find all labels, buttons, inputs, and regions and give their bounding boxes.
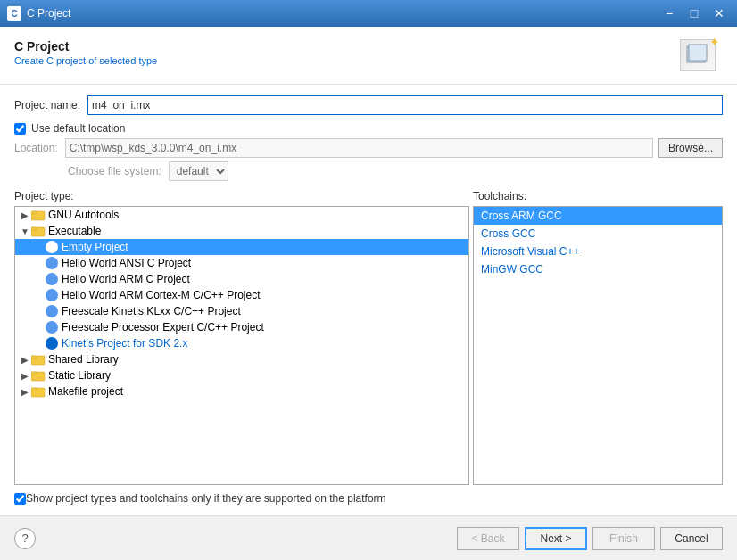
location-input[interactable] <box>65 138 653 158</box>
minimize-button[interactable]: − <box>658 4 680 22</box>
filesystem-row: Choose file system: default <box>68 161 723 181</box>
toolchain-microsoft-visual-cpp[interactable]: Microsoft Visual C++ <box>474 243 722 260</box>
tree-item-hello-ansi[interactable]: ▶ Hello World ANSI C Project <box>15 255 468 271</box>
show-supported-checkbox[interactable] <box>14 493 26 505</box>
node-icon-kinetis-sdk <box>46 337 58 350</box>
dialog-content: Project name: Use default location Locat… <box>0 85 737 515</box>
next-button[interactable]: Next > <box>525 527 587 550</box>
expand-arrow-gnu-autotools: ▶ <box>19 209 31 221</box>
tree-label-hello-cortex: Hello World ARM Cortex-M C/C++ Project <box>62 289 261 301</box>
tree-item-kinetis-sdk[interactable]: ▶ Kinetis Project for SDK 2.x <box>15 335 468 351</box>
tree-item-hello-cortex[interactable]: ▶ Hello World ARM Cortex-M C/C++ Project <box>15 287 468 303</box>
bottom-checkbox-row: Show project types and toolchains only i… <box>14 492 723 505</box>
tree-label-gnu-autotools: GNU Autotools <box>48 209 119 221</box>
project-type-label: Project type: <box>14 190 469 202</box>
dialog-title: C Project <box>14 39 157 54</box>
svg-rect-11 <box>31 388 37 391</box>
maximize-button[interactable]: □ <box>683 4 705 22</box>
title-bar-controls: − □ ✕ <box>658 4 730 22</box>
browse-button[interactable]: Browse... <box>658 138 723 158</box>
tree-label-freescale-kinetis: Freescale Kinetis KLxx C/C++ Project <box>62 305 241 317</box>
node-icon-freescale-kinetis <box>46 305 58 317</box>
folder-icon-makefile <box>31 385 46 398</box>
project-name-row: Project name: <box>14 95 723 115</box>
wizard-icon: ✦ <box>680 39 716 71</box>
expand-arrow-static-library: ▶ <box>19 369 31 382</box>
folder-icon-executable <box>31 225 46 237</box>
node-icon-hello-arm <box>46 273 58 285</box>
star-icon: ✦ <box>709 35 720 49</box>
cancel-button[interactable]: Cancel <box>660 527 723 550</box>
node-icon-empty-project <box>46 241 58 253</box>
toolchains-panel[interactable]: Cross ARM GCC Cross GCC Microsoft Visual… <box>473 206 723 485</box>
project-name-label: Project name: <box>14 99 80 111</box>
svg-rect-3 <box>31 211 37 214</box>
svg-rect-7 <box>31 356 37 358</box>
tree-item-shared-library[interactable]: ▶ Shared Library <box>15 351 468 367</box>
tree-label-makefile: Makefile project <box>48 385 123 398</box>
expand-arrow-executable: ▼ <box>19 225 31 237</box>
tree-item-freescale-kinetis[interactable]: ▶ Freescale Kinetis KLxx C/C++ Project <box>15 303 468 319</box>
tree-item-executable[interactable]: ▼ Executable <box>15 223 468 239</box>
toolchain-mingw-gcc[interactable]: MinGW GCC <box>474 260 722 278</box>
tree-label-hello-arm: Hello World ARM C Project <box>62 273 190 285</box>
project-name-input[interactable] <box>87 95 723 115</box>
dialog-header-text: C Project Create C project of selected t… <box>14 39 157 66</box>
use-default-location-checkbox[interactable] <box>14 123 26 135</box>
app-icon: C <box>7 6 21 21</box>
toolchains-label: Toolchains: <box>473 190 723 202</box>
tree-item-static-library[interactable]: ▶ Static Library <box>15 367 468 383</box>
dialog-subtitle: Create C project of selected type <box>14 55 157 66</box>
node-icon-freescale-processor <box>46 321 58 334</box>
svg-rect-1 <box>689 45 707 61</box>
folder-icon-static-library <box>31 369 46 382</box>
project-type-panel[interactable]: ▶ GNU Autotools ▼ Executable ▶ <box>14 206 469 485</box>
tree-label-hello-ansi: Hello World ANSI C Project <box>62 257 191 269</box>
panels-label-row: Project type: Toolchains: <box>14 190 723 202</box>
panels-row: ▶ GNU Autotools ▼ Executable ▶ <box>14 206 723 485</box>
finish-button[interactable]: Finish <box>592 527 655 550</box>
node-icon-hello-cortex <box>46 289 58 301</box>
location-label: Location: <box>14 142 58 154</box>
folder-icon-gnu-autotools <box>31 209 46 221</box>
expand-arrow-makefile: ▶ <box>19 385 31 398</box>
tree-item-hello-arm[interactable]: ▶ Hello World ARM C Project <box>15 271 468 287</box>
title-bar-text: C Project <box>27 7 658 20</box>
location-row: Location: Browse... <box>14 138 723 158</box>
svg-rect-9 <box>31 372 37 375</box>
tree-item-gnu-autotools[interactable]: ▶ GNU Autotools <box>15 207 468 223</box>
tree-label-static-library: Static Library <box>48 369 111 382</box>
show-supported-label[interactable]: Show project types and toolchains only i… <box>26 492 386 505</box>
svg-rect-5 <box>31 227 37 230</box>
toolchain-cross-arm-gcc[interactable]: Cross ARM GCC <box>474 207 722 225</box>
folder-icon-shared-library <box>31 353 46 366</box>
tree-label-freescale-processor: Freescale Processor Expert C/C++ Project <box>62 321 264 334</box>
filesystem-label: Choose file system: <box>68 165 161 177</box>
back-button[interactable]: < Back <box>457 527 519 550</box>
tree-label-executable: Executable <box>48 225 101 237</box>
dialog-footer: ? < Back Next > Finish Cancel <box>0 515 737 560</box>
dialog-body: C Project Create C project of selected t… <box>0 27 737 560</box>
dialog-header-icon: ✦ <box>680 39 723 75</box>
tree-item-freescale-processor[interactable]: ▶ Freescale Processor Expert C/C++ Proje… <box>15 319 468 335</box>
dialog-header: C Project Create C project of selected t… <box>0 27 737 85</box>
title-bar: C C Project − □ ✕ <box>0 0 737 27</box>
tree-label-kinetis-sdk: Kinetis Project for SDK 2.x <box>62 337 187 350</box>
tree-item-empty-project[interactable]: ▶ Empty Project <box>15 239 468 255</box>
filesystem-select[interactable]: default <box>169 161 228 181</box>
toolchain-cross-gcc[interactable]: Cross GCC <box>474 225 722 243</box>
tree-label-empty-project: Empty Project <box>62 241 128 253</box>
use-default-location-label[interactable]: Use default location <box>31 122 125 135</box>
expand-arrow-shared-library: ▶ <box>19 353 31 366</box>
close-button[interactable]: ✕ <box>708 4 730 22</box>
tree-item-makefile-project[interactable]: ▶ Makefile project <box>15 383 468 399</box>
footer-buttons: < Back Next > Finish Cancel <box>457 527 723 550</box>
node-icon-hello-ansi <box>46 257 58 269</box>
use-default-location-row: Use default location <box>14 122 723 135</box>
help-button[interactable]: ? <box>14 528 36 549</box>
tree-label-shared-library: Shared Library <box>48 353 119 366</box>
